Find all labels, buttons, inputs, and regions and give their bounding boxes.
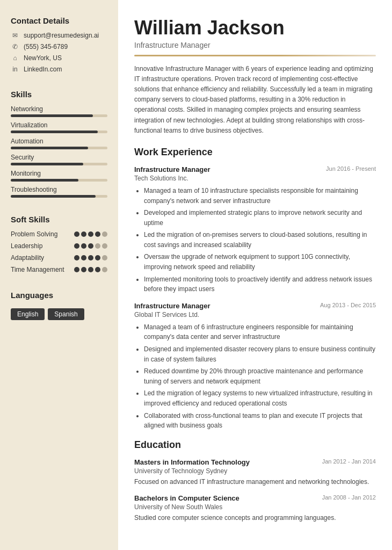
- header-divider: [134, 55, 376, 56]
- dot: [74, 231, 79, 237]
- edu-degree: Masters in Information Technology: [134, 458, 250, 466]
- linkedin-icon: in: [11, 66, 19, 73]
- dots: [74, 243, 107, 249]
- skill-item: Troubleshooting: [11, 186, 107, 198]
- skill-bar-bg: [11, 179, 107, 182]
- main-content: William Jackson Infrastructure Manager I…: [118, 0, 392, 550]
- work-experience-section: Work Experience Infrastructure Manager J…: [134, 147, 376, 431]
- edu-school: University of Technology Sydney: [134, 467, 376, 475]
- skill-item: Automation: [11, 138, 107, 149]
- dot: [102, 231, 107, 237]
- contact-item-phone: ✆ (555) 345-6789: [11, 43, 107, 50]
- skill-bar-bg: [11, 114, 107, 117]
- skill-item: Virtualization: [11, 121, 107, 133]
- job-bullet: Managed a team of 6 infrastructure engin…: [144, 322, 376, 342]
- skill-bar-fill: [11, 131, 98, 133]
- contact-text-location: NewYork, US: [24, 54, 62, 62]
- language-badge: English: [11, 308, 45, 320]
- email-icon: ✉: [11, 32, 19, 39]
- jobs-list: Infrastructure Manager Jun 2016 - Presen…: [134, 165, 376, 431]
- edu-list: Masters in Information Technology Jan 20…: [134, 458, 376, 523]
- skill-bar-fill: [11, 163, 83, 165]
- education-section: Education Masters in Information Technol…: [134, 439, 376, 523]
- skills-list: Networking Virtualization Automation Sec…: [11, 105, 107, 198]
- candidate-title: Infrastructure Manager: [134, 41, 376, 49]
- contact-item-email: ✉ support@resumedesign.ai: [11, 32, 107, 39]
- job-header: Infrastructure Manager Jun 2016 - Presen…: [134, 165, 376, 173]
- dot: [81, 231, 86, 237]
- edu-header: Bachelors in Computer Science Jan 2008 -…: [134, 494, 376, 502]
- job-header: Infrastructure Manager Aug 2013 - Dec 20…: [134, 302, 376, 310]
- soft-skill-name: Adaptability: [11, 254, 74, 262]
- edu-desc: Studied core computer science concepts a…: [134, 513, 376, 523]
- dot: [88, 255, 93, 260]
- job-bullet: Implemented monitoring tools to proactiv…: [144, 274, 376, 294]
- dots: [74, 255, 107, 260]
- work-experience-title: Work Experience: [134, 147, 376, 158]
- skill-item: Monitoring: [11, 170, 107, 182]
- languages-section: Languages EnglishSpanish: [11, 291, 107, 320]
- edu-entry: Bachelors in Computer Science Jan 2008 -…: [134, 494, 376, 523]
- dot: [95, 255, 100, 260]
- skill-bar-bg: [11, 163, 107, 165]
- soft-skill-name: Leadership: [11, 242, 74, 250]
- skill-name: Networking: [11, 105, 107, 113]
- dot: [81, 255, 86, 260]
- candidate-name: William Jackson: [134, 17, 376, 39]
- skill-bar-fill: [11, 179, 78, 182]
- skill-bar-bg: [11, 195, 107, 198]
- skill-bar-bg: [11, 147, 107, 149]
- edu-date: Jan 2012 - Jan 2014: [322, 458, 376, 465]
- contact-text-phone: (555) 345-6789: [24, 43, 68, 50]
- skill-bar-fill: [11, 147, 88, 149]
- job-bullets: Managed a team of 6 infrastructure engin…: [134, 322, 376, 431]
- soft-skills-list: Problem Solving Leadership Adaptability …: [11, 230, 107, 273]
- languages-list: EnglishSpanish: [11, 306, 107, 320]
- language-badge: Spanish: [48, 308, 84, 320]
- dot: [88, 231, 93, 237]
- education-title: Education: [134, 439, 376, 451]
- job-bullet: Developed and implemented strategic plan…: [144, 208, 376, 228]
- soft-skill-item: Adaptability: [11, 254, 107, 262]
- skill-name: Troubleshooting: [11, 186, 107, 193]
- job-bullet: Led the migration of legacy systems to n…: [144, 388, 376, 408]
- job-bullet: Reduced downtime by 20% through proactiv…: [144, 366, 376, 386]
- skills-title: Skills: [11, 90, 107, 99]
- languages-title: Languages: [11, 291, 107, 300]
- contact-section: Contact Details ✉ support@resumedesign.a…: [11, 16, 107, 77]
- job-entry: Infrastructure Manager Jun 2016 - Presen…: [134, 165, 376, 294]
- dot: [88, 243, 93, 249]
- job-title: Infrastructure Manager: [134, 165, 210, 173]
- skill-item: Security: [11, 154, 107, 165]
- job-bullet: Designed and implemented disaster recove…: [144, 344, 376, 364]
- contact-text-linkedin: LinkedIn.com: [24, 66, 62, 73]
- job-company: Global IT Services Ltd.: [134, 311, 376, 319]
- soft-skill-item: Leadership: [11, 242, 107, 250]
- soft-skill-item: Time Management: [11, 266, 107, 273]
- phone-icon: ✆: [11, 43, 19, 50]
- location-icon: ⌂: [11, 54, 19, 62]
- job-date: Aug 2013 - Dec 2015: [320, 302, 376, 308]
- dot: [95, 267, 100, 272]
- skill-name: Security: [11, 154, 107, 161]
- dot: [74, 267, 79, 272]
- dots: [74, 267, 107, 272]
- dot: [74, 243, 79, 249]
- soft-skills-title: Soft Skills: [11, 215, 107, 224]
- job-bullets: Managed a team of 10 infrastructure spec…: [134, 186, 376, 294]
- sidebar: Contact Details ✉ support@resumedesign.a…: [0, 0, 118, 550]
- job-bullet: Led the migration of on-premises servers…: [144, 230, 376, 250]
- job-bullet: Collaborated with cross-functional teams…: [144, 411, 376, 431]
- dot: [102, 267, 107, 272]
- contact-list: ✉ support@resumedesign.ai✆ (555) 345-678…: [11, 32, 107, 73]
- edu-school: University of New South Wales: [134, 503, 376, 511]
- dot: [88, 267, 93, 272]
- dots: [74, 231, 107, 237]
- contact-title: Contact Details: [11, 16, 107, 25]
- edu-header: Masters in Information Technology Jan 20…: [134, 458, 376, 466]
- soft-skills-section: Soft Skills Problem Solving Leadership A…: [11, 215, 107, 278]
- edu-date: Jan 2008 - Jan 2012: [322, 494, 376, 501]
- skills-section: Skills Networking Virtualization Automat…: [11, 90, 107, 202]
- edu-desc: Focused on advanced IT infrastructure ma…: [134, 477, 376, 487]
- skill-bar-fill: [11, 114, 93, 117]
